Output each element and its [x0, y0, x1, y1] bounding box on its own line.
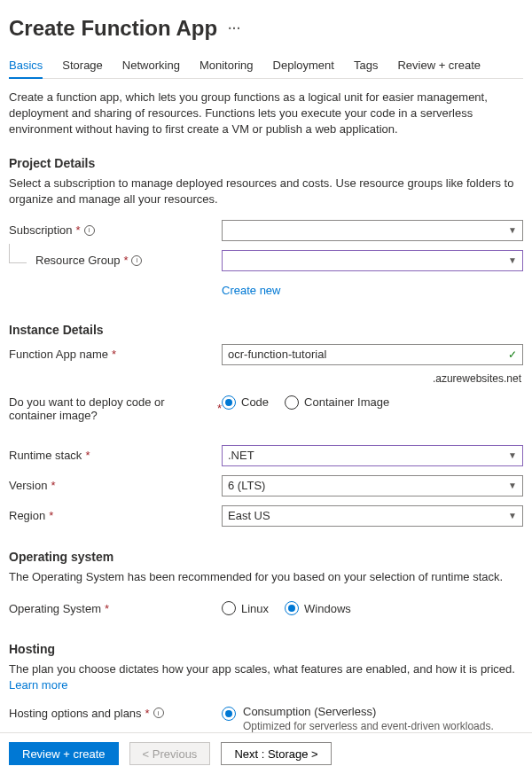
- required-marker: *: [51, 479, 55, 492]
- function-app-name-row: Function App name * ocr-function-tutoria…: [9, 342, 523, 367]
- project-details-desc: Select a subscription to manage deployed…: [9, 176, 523, 207]
- version-value: 6 (LTS): [228, 479, 265, 492]
- tree-line-icon: [9, 244, 27, 263]
- runtime-stack-row: Runtime stack * .NET ▼: [9, 443, 523, 468]
- footer: Review + create < Previous Next : Storag…: [0, 732, 532, 774]
- instance-details-heading: Instance Details: [9, 323, 523, 337]
- runtime-stack-value: .NET: [228, 449, 254, 462]
- project-details-heading: Project Details: [9, 156, 523, 170]
- required-marker: *: [85, 449, 90, 462]
- deploy-type-label: Do you want to deploy code or container …: [9, 395, 214, 422]
- info-icon[interactable]: i: [131, 255, 142, 266]
- tab-monitoring[interactable]: Monitoring: [200, 53, 254, 78]
- region-row: Region * East US ▼: [9, 504, 523, 528]
- os-label: Operating System: [9, 602, 101, 615]
- radio-icon: [222, 707, 236, 721]
- os-option-windows-label: Windows: [304, 602, 351, 615]
- required-marker: *: [145, 707, 150, 720]
- radio-icon: [285, 395, 299, 410]
- os-heading: Operating system: [9, 550, 523, 564]
- deploy-option-code-label: Code: [241, 395, 269, 409]
- tab-deployment[interactable]: Deployment: [273, 53, 334, 78]
- subscription-row: Subscription * i ▼: [9, 218, 523, 243]
- chevron-down-icon: ▼: [508, 511, 517, 520]
- hosting-desc: The plan you choose dictates how your ap…: [9, 661, 523, 693]
- info-icon[interactable]: i: [153, 708, 164, 718]
- create-new-row: Create new: [9, 278, 523, 303]
- required-marker: *: [76, 223, 81, 237]
- os-desc: The Operating System has been recommende…: [9, 569, 523, 585]
- runtime-stack-select[interactable]: .NET ▼: [222, 445, 523, 466]
- page-title-text: Create Function App: [9, 16, 217, 41]
- deploy-type-row: Do you want to deploy code or container …: [9, 394, 523, 422]
- review-create-button[interactable]: Review + create: [9, 742, 119, 765]
- chevron-down-icon: ▼: [508, 225, 517, 235]
- region-label: Region: [9, 509, 45, 522]
- region-select[interactable]: East US ▼: [222, 505, 523, 527]
- intro-text: Create a function app, which lets you gr…: [9, 90, 523, 138]
- resource-group-select[interactable]: ▼: [222, 250, 523, 271]
- os-option-windows[interactable]: Windows: [285, 601, 351, 615]
- chevron-down-icon: ▼: [508, 481, 517, 490]
- function-app-name-value: ocr-function-tutorial: [228, 348, 326, 361]
- hosting-option-consumption[interactable]: Consumption (Serverless) Optimized for s…: [222, 705, 523, 733]
- required-marker: *: [105, 602, 109, 615]
- os-row: Operating System * Linux Windows: [9, 596, 523, 621]
- os-option-linux[interactable]: Linux: [222, 601, 269, 615]
- tab-tags[interactable]: Tags: [354, 53, 378, 78]
- tab-storage[interactable]: Storage: [62, 53, 103, 78]
- radio-icon: [285, 601, 299, 615]
- deploy-option-container[interactable]: Container Image: [285, 395, 389, 410]
- more-icon[interactable]: ···: [228, 21, 241, 35]
- subscription-select[interactable]: ▼: [222, 220, 523, 241]
- tab-review[interactable]: Review + create: [397, 53, 481, 78]
- deploy-option-code[interactable]: Code: [222, 395, 269, 410]
- subscription-label: Subscription: [9, 223, 73, 237]
- tab-networking[interactable]: Networking: [122, 53, 180, 78]
- next-button[interactable]: Next : Storage >: [221, 742, 331, 765]
- hosting-option-name: Consumption (Serverless): [243, 705, 494, 718]
- version-row: Version * 6 (LTS) ▼: [9, 473, 523, 498]
- resource-group-row: Resource Group * i ▼: [9, 248, 523, 273]
- function-app-name-input[interactable]: ocr-function-tutorial ✓: [222, 344, 523, 365]
- os-option-linux-label: Linux: [241, 602, 269, 615]
- version-label: Version: [9, 479, 47, 492]
- create-new-link[interactable]: Create new: [222, 284, 280, 297]
- version-select[interactable]: 6 (LTS) ▼: [222, 475, 523, 496]
- info-icon[interactable]: i: [84, 225, 95, 236]
- chevron-down-icon: ▼: [508, 450, 517, 460]
- radio-icon: [222, 601, 236, 615]
- domain-suffix: .azurewebsites.net: [9, 372, 523, 385]
- deploy-option-container-label: Container Image: [304, 395, 389, 409]
- resource-group-label: Resource Group: [35, 254, 120, 267]
- radio-icon: [222, 395, 236, 410]
- region-value: East US: [228, 509, 270, 522]
- function-app-name-label: Function App name: [9, 348, 108, 361]
- hosting-option-desc: Optimized for serverless and event-drive…: [243, 719, 494, 733]
- hosting-desc-text: The plan you choose dictates how your ap…: [9, 662, 515, 676]
- tab-basics[interactable]: Basics: [9, 53, 43, 79]
- chevron-down-icon: ▼: [508, 255, 517, 265]
- required-marker: *: [49, 509, 53, 522]
- check-icon: ✓: [508, 348, 517, 361]
- runtime-stack-label: Runtime stack: [9, 449, 82, 462]
- required-marker: *: [123, 254, 128, 267]
- hosting-heading: Hosting: [9, 642, 523, 656]
- learn-more-link[interactable]: Learn more: [9, 678, 67, 692]
- previous-button: < Previous: [129, 742, 211, 765]
- hosting-label: Hosting options and plans: [9, 707, 142, 720]
- page-title: Create Function App ···: [9, 16, 523, 41]
- required-marker: *: [112, 348, 116, 361]
- tabs: Basics Storage Networking Monitoring Dep…: [9, 53, 523, 79]
